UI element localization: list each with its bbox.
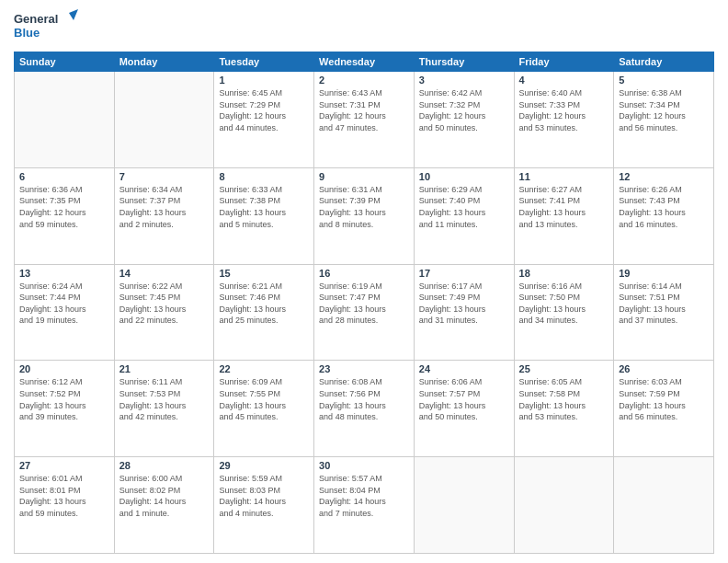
day-number: 20 bbox=[19, 363, 109, 374]
weekday-header-row: SundayMondayTuesdayWednesdayThursdayFrid… bbox=[15, 52, 714, 72]
day-info: Sunrise: 6:24 AM Sunset: 7:44 PM Dayligh… bbox=[19, 281, 109, 327]
day-info: Sunrise: 6:11 AM Sunset: 7:53 PM Dayligh… bbox=[119, 376, 210, 422]
day-number: 6 bbox=[19, 171, 109, 182]
calendar-week-row: 13Sunrise: 6:24 AM Sunset: 7:44 PM Dayli… bbox=[15, 264, 714, 361]
day-number: 25 bbox=[519, 363, 609, 374]
day-number: 26 bbox=[619, 363, 709, 374]
calendar-cell bbox=[614, 457, 714, 554]
day-info: Sunrise: 6:33 AM Sunset: 7:38 PM Dayligh… bbox=[219, 184, 309, 230]
calendar-cell: 24Sunrise: 6:06 AM Sunset: 7:57 PM Dayli… bbox=[414, 361, 514, 457]
day-info: Sunrise: 6:31 AM Sunset: 7:39 PM Dayligh… bbox=[319, 184, 409, 230]
day-number: 22 bbox=[219, 363, 309, 374]
day-number: 29 bbox=[219, 460, 309, 471]
calendar-cell: 2Sunrise: 6:43 AM Sunset: 7:31 PM Daylig… bbox=[314, 72, 415, 168]
day-info: Sunrise: 6:40 AM Sunset: 7:33 PM Dayligh… bbox=[519, 87, 609, 133]
day-info: Sunrise: 6:34 AM Sunset: 7:37 PM Dayligh… bbox=[119, 184, 210, 230]
day-info: Sunrise: 6:16 AM Sunset: 7:50 PM Dayligh… bbox=[519, 281, 609, 327]
day-number: 3 bbox=[419, 75, 509, 86]
day-info: Sunrise: 6:43 AM Sunset: 7:31 PM Dayligh… bbox=[319, 87, 409, 133]
day-info: Sunrise: 6:00 AM Sunset: 8:02 PM Dayligh… bbox=[119, 473, 210, 519]
calendar-cell: 28Sunrise: 6:00 AM Sunset: 8:02 PM Dayli… bbox=[114, 457, 214, 554]
day-info: Sunrise: 6:06 AM Sunset: 7:57 PM Dayligh… bbox=[419, 376, 509, 422]
day-number: 16 bbox=[319, 268, 409, 279]
logo-block: General Blue bbox=[14, 9, 78, 44]
weekday-header-thursday: Thursday bbox=[414, 52, 514, 72]
calendar-cell: 22Sunrise: 6:09 AM Sunset: 7:55 PM Dayli… bbox=[214, 361, 314, 457]
svg-text:Blue: Blue bbox=[14, 26, 40, 40]
day-number: 14 bbox=[119, 268, 210, 279]
day-number: 13 bbox=[19, 268, 109, 279]
calendar-cell bbox=[514, 457, 614, 554]
weekday-header-friday: Friday bbox=[514, 52, 614, 72]
day-number: 18 bbox=[519, 268, 609, 279]
calendar-cell: 15Sunrise: 6:21 AM Sunset: 7:46 PM Dayli… bbox=[214, 264, 314, 361]
calendar-cell: 8Sunrise: 6:33 AM Sunset: 7:38 PM Daylig… bbox=[214, 167, 314, 264]
header: General Blue bbox=[14, 9, 714, 44]
day-number: 7 bbox=[119, 171, 210, 182]
calendar-table: SundayMondayTuesdayWednesdayThursdayFrid… bbox=[14, 52, 714, 554]
day-info: Sunrise: 5:57 AM Sunset: 8:04 PM Dayligh… bbox=[319, 473, 409, 519]
calendar-cell bbox=[414, 457, 514, 554]
calendar-cell: 23Sunrise: 6:08 AM Sunset: 7:56 PM Dayli… bbox=[314, 361, 415, 457]
calendar-cell: 30Sunrise: 5:57 AM Sunset: 8:04 PM Dayli… bbox=[314, 457, 415, 554]
day-number: 1 bbox=[219, 75, 309, 86]
calendar-cell: 20Sunrise: 6:12 AM Sunset: 7:52 PM Dayli… bbox=[15, 361, 115, 457]
calendar-cell bbox=[15, 72, 115, 168]
day-info: Sunrise: 6:26 AM Sunset: 7:43 PM Dayligh… bbox=[619, 184, 709, 230]
day-number: 30 bbox=[319, 460, 409, 471]
day-info: Sunrise: 6:01 AM Sunset: 8:01 PM Dayligh… bbox=[19, 473, 109, 519]
page: General Blue SundayMondayTuesdayWednesda… bbox=[0, 0, 728, 563]
calendar-cell: 27Sunrise: 6:01 AM Sunset: 8:01 PM Dayli… bbox=[15, 457, 115, 554]
calendar-cell: 25Sunrise: 6:05 AM Sunset: 7:58 PM Dayli… bbox=[514, 361, 614, 457]
day-number: 15 bbox=[219, 268, 309, 279]
calendar-cell: 5Sunrise: 6:38 AM Sunset: 7:34 PM Daylig… bbox=[614, 72, 714, 168]
day-number: 24 bbox=[419, 363, 509, 374]
day-number: 21 bbox=[119, 363, 210, 374]
day-number: 2 bbox=[319, 75, 409, 86]
day-info: Sunrise: 6:45 AM Sunset: 7:29 PM Dayligh… bbox=[219, 87, 309, 133]
calendar-cell: 16Sunrise: 6:19 AM Sunset: 7:47 PM Dayli… bbox=[314, 264, 415, 361]
day-info: Sunrise: 5:59 AM Sunset: 8:03 PM Dayligh… bbox=[219, 473, 309, 519]
calendar-cell: 26Sunrise: 6:03 AM Sunset: 7:59 PM Dayli… bbox=[614, 361, 714, 457]
day-info: Sunrise: 6:38 AM Sunset: 7:34 PM Dayligh… bbox=[619, 87, 709, 133]
day-number: 17 bbox=[419, 268, 509, 279]
calendar-cell: 29Sunrise: 5:59 AM Sunset: 8:03 PM Dayli… bbox=[214, 457, 314, 554]
day-number: 27 bbox=[19, 460, 109, 471]
calendar-cell: 6Sunrise: 6:36 AM Sunset: 7:35 PM Daylig… bbox=[15, 167, 115, 264]
calendar-cell: 21Sunrise: 6:11 AM Sunset: 7:53 PM Dayli… bbox=[114, 361, 214, 457]
calendar-week-row: 27Sunrise: 6:01 AM Sunset: 8:01 PM Dayli… bbox=[15, 457, 714, 554]
calendar-cell: 9Sunrise: 6:31 AM Sunset: 7:39 PM Daylig… bbox=[314, 167, 415, 264]
calendar-cell: 19Sunrise: 6:14 AM Sunset: 7:51 PM Dayli… bbox=[614, 264, 714, 361]
calendar-cell: 18Sunrise: 6:16 AM Sunset: 7:50 PM Dayli… bbox=[514, 264, 614, 361]
calendar-cell: 10Sunrise: 6:29 AM Sunset: 7:40 PM Dayli… bbox=[414, 167, 514, 264]
calendar-week-row: 20Sunrise: 6:12 AM Sunset: 7:52 PM Dayli… bbox=[15, 361, 714, 457]
day-info: Sunrise: 6:36 AM Sunset: 7:35 PM Dayligh… bbox=[19, 184, 109, 230]
day-number: 19 bbox=[619, 268, 709, 279]
day-info: Sunrise: 6:12 AM Sunset: 7:52 PM Dayligh… bbox=[19, 376, 109, 422]
day-number: 4 bbox=[519, 75, 609, 86]
day-number: 11 bbox=[519, 171, 609, 182]
day-info: Sunrise: 6:09 AM Sunset: 7:55 PM Dayligh… bbox=[219, 376, 309, 422]
weekday-header-saturday: Saturday bbox=[614, 52, 714, 72]
day-info: Sunrise: 6:22 AM Sunset: 7:45 PM Dayligh… bbox=[119, 281, 210, 327]
day-info: Sunrise: 6:29 AM Sunset: 7:40 PM Dayligh… bbox=[419, 184, 509, 230]
day-number: 28 bbox=[119, 460, 210, 471]
day-number: 8 bbox=[219, 171, 309, 182]
day-info: Sunrise: 6:05 AM Sunset: 7:58 PM Dayligh… bbox=[519, 376, 609, 422]
day-info: Sunrise: 6:17 AM Sunset: 7:49 PM Dayligh… bbox=[419, 281, 509, 327]
calendar-week-row: 6Sunrise: 6:36 AM Sunset: 7:35 PM Daylig… bbox=[15, 167, 714, 264]
calendar-cell: 11Sunrise: 6:27 AM Sunset: 7:41 PM Dayli… bbox=[514, 167, 614, 264]
day-info: Sunrise: 6:03 AM Sunset: 7:59 PM Dayligh… bbox=[619, 376, 709, 422]
day-info: Sunrise: 6:27 AM Sunset: 7:41 PM Dayligh… bbox=[519, 184, 609, 230]
day-number: 9 bbox=[319, 171, 409, 182]
calendar-cell bbox=[114, 72, 214, 168]
calendar-cell: 14Sunrise: 6:22 AM Sunset: 7:45 PM Dayli… bbox=[114, 264, 214, 361]
weekday-header-sunday: Sunday bbox=[15, 52, 115, 72]
weekday-header-tuesday: Tuesday bbox=[214, 52, 314, 72]
calendar-cell: 3Sunrise: 6:42 AM Sunset: 7:32 PM Daylig… bbox=[414, 72, 514, 168]
weekday-header-wednesday: Wednesday bbox=[314, 52, 415, 72]
calendar-cell: 13Sunrise: 6:24 AM Sunset: 7:44 PM Dayli… bbox=[15, 264, 115, 361]
logo-svg: General Blue bbox=[14, 9, 78, 44]
weekday-header-monday: Monday bbox=[114, 52, 214, 72]
svg-text:General: General bbox=[14, 12, 58, 26]
